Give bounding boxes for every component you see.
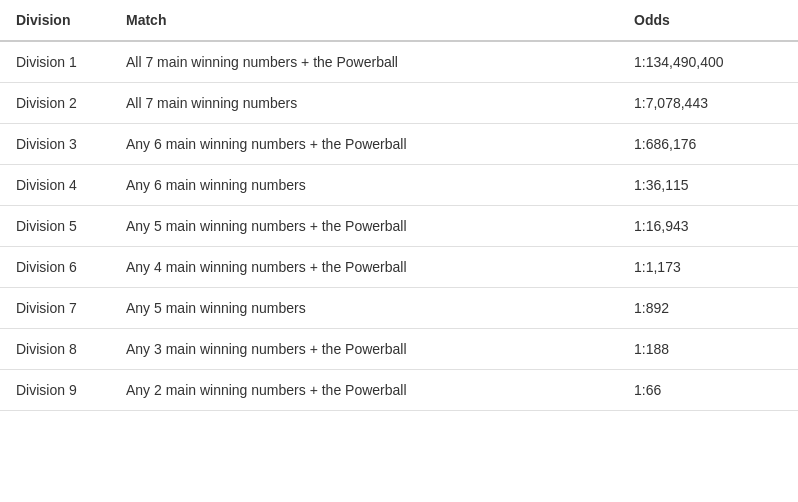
cell-division: Division 3 <box>0 124 110 165</box>
cell-division: Division 8 <box>0 329 110 370</box>
cell-division: Division 4 <box>0 165 110 206</box>
cell-division: Division 7 <box>0 288 110 329</box>
cell-division: Division 5 <box>0 206 110 247</box>
cell-odds: 1:66 <box>618 370 798 411</box>
odds-table: Division Match Odds Division 1All 7 main… <box>0 0 798 411</box>
cell-odds: 1:686,176 <box>618 124 798 165</box>
table-row: Division 9Any 2 main winning numbers + t… <box>0 370 798 411</box>
cell-match: All 7 main winning numbers <box>110 83 618 124</box>
header-division: Division <box>0 0 110 41</box>
cell-match: Any 5 main winning numbers + the Powerba… <box>110 206 618 247</box>
table-header-row: Division Match Odds <box>0 0 798 41</box>
odds-table-container: Division Match Odds Division 1All 7 main… <box>0 0 798 411</box>
cell-match: Any 4 main winning numbers + the Powerba… <box>110 247 618 288</box>
cell-odds: 1:36,115 <box>618 165 798 206</box>
cell-odds: 1:1,173 <box>618 247 798 288</box>
table-row: Division 7Any 5 main winning numbers1:89… <box>0 288 798 329</box>
cell-odds: 1:188 <box>618 329 798 370</box>
cell-division: Division 6 <box>0 247 110 288</box>
table-row: Division 2All 7 main winning numbers1:7,… <box>0 83 798 124</box>
cell-match: Any 6 main winning numbers + the Powerba… <box>110 124 618 165</box>
table-row: Division 3Any 6 main winning numbers + t… <box>0 124 798 165</box>
table-row: Division 6Any 4 main winning numbers + t… <box>0 247 798 288</box>
cell-match: Any 3 main winning numbers + the Powerba… <box>110 329 618 370</box>
table-row: Division 5Any 5 main winning numbers + t… <box>0 206 798 247</box>
table-row: Division 1All 7 main winning numbers + t… <box>0 41 798 83</box>
cell-division: Division 9 <box>0 370 110 411</box>
header-match: Match <box>110 0 618 41</box>
cell-match: Any 6 main winning numbers <box>110 165 618 206</box>
cell-odds: 1:7,078,443 <box>618 83 798 124</box>
header-odds: Odds <box>618 0 798 41</box>
cell-odds: 1:892 <box>618 288 798 329</box>
cell-odds: 1:16,943 <box>618 206 798 247</box>
cell-division: Division 1 <box>0 41 110 83</box>
cell-match: All 7 main winning numbers + the Powerba… <box>110 41 618 83</box>
cell-match: Any 5 main winning numbers <box>110 288 618 329</box>
table-row: Division 8Any 3 main winning numbers + t… <box>0 329 798 370</box>
cell-match: Any 2 main winning numbers + the Powerba… <box>110 370 618 411</box>
table-row: Division 4Any 6 main winning numbers1:36… <box>0 165 798 206</box>
cell-odds: 1:134,490,400 <box>618 41 798 83</box>
cell-division: Division 2 <box>0 83 110 124</box>
